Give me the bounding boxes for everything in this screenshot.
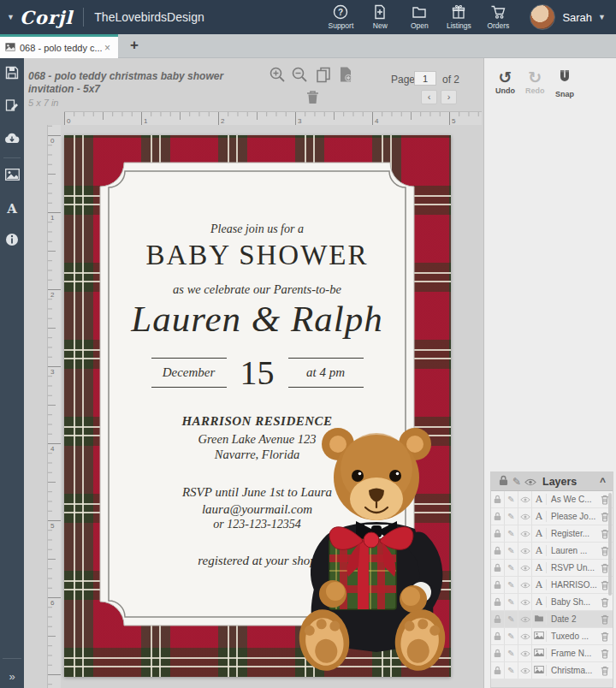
layer-row[interactable]: ✎ARegister... — [491, 525, 613, 542]
layer-row[interactable]: ✎ALauren ... — [491, 543, 613, 559]
layer-row[interactable]: ✎AAs We C... — [491, 491, 613, 507]
layer-row[interactable]: ✎AHARRISO... — [491, 577, 613, 593]
invite-subtitle-text[interactable]: as we celebrate our Parents-to-be — [100, 282, 414, 297]
nav-new[interactable]: New — [360, 4, 400, 30]
tuxedo-teddy-bear-image[interactable] — [295, 419, 449, 676]
edit-icon[interactable]: ✎ — [505, 611, 518, 627]
layer-row[interactable]: ✎ARSVP Un... — [491, 560, 613, 576]
zoom-out-button[interactable] — [291, 66, 310, 85]
new-tab-button[interactable]: + — [130, 37, 139, 54]
document-tab[interactable]: 068 - polo teddy c... × — [0, 34, 118, 58]
lock-icon[interactable] — [491, 560, 505, 576]
invite-month-text[interactable]: December — [151, 358, 227, 388]
lock-icon[interactable] — [491, 594, 505, 610]
layer-name[interactable]: Tuxedo ... — [547, 632, 597, 641]
invite-time-text[interactable]: at 4 pm — [288, 358, 364, 388]
layer-name[interactable]: Please Jo... — [547, 512, 597, 521]
lock-icon[interactable] — [491, 543, 505, 559]
visibility-icon[interactable] — [518, 560, 532, 576]
user-name[interactable]: Sarah — [562, 11, 592, 24]
lock-icon[interactable] — [491, 525, 505, 542]
layer-name[interactable]: Date 2 — [547, 614, 597, 624]
edit-icon[interactable]: ✎ — [505, 525, 518, 542]
prev-page-button[interactable]: ‹ — [421, 90, 437, 104]
layer-name[interactable]: Baby Sh... — [547, 597, 597, 607]
lock-icon[interactable] — [491, 491, 505, 507]
tab-close-icon[interactable]: × — [102, 42, 113, 54]
invite-names-text[interactable]: Lauren & Ralph — [100, 298, 414, 340]
lock-icon[interactable] — [496, 474, 510, 489]
collapse-layers-icon[interactable]: ^ — [600, 476, 607, 488]
layer-row[interactable]: ✎Tuxedo ... — [491, 628, 613, 644]
snap-button[interactable]: Snap — [555, 68, 574, 98]
duplicate-page-button[interactable] — [315, 66, 334, 85]
info-button[interactable] — [0, 225, 24, 258]
edit-icon[interactable]: ✎ — [505, 645, 518, 661]
visibility-icon[interactable] — [518, 543, 532, 559]
layer-row[interactable]: ✎Date 2 — [491, 611, 613, 627]
lock-icon[interactable] — [491, 577, 505, 593]
undo-button[interactable]: ↺ Undo — [495, 68, 515, 95]
workspace-caret-icon[interactable]: ▼ — [7, 13, 15, 21]
visibility-icon[interactable] — [518, 645, 532, 661]
layer-row[interactable]: ✎Frame N... — [491, 645, 613, 661]
edit-icon[interactable]: ✎ — [505, 577, 518, 593]
lock-icon[interactable] — [491, 645, 505, 661]
nav-listings[interactable]: Listings — [439, 4, 478, 30]
visibility-icon[interactable] — [518, 611, 532, 627]
zoom-in-button[interactable] — [269, 66, 287, 85]
text-button[interactable]: A — [0, 193, 24, 225]
lock-icon[interactable] — [491, 662, 505, 679]
layer-name[interactable]: Register... — [547, 529, 597, 538]
nav-orders[interactable]: Orders — [478, 4, 518, 30]
edit-icon[interactable]: ✎ — [505, 662, 518, 679]
lock-icon[interactable] — [491, 611, 505, 627]
nav-support[interactable]: ? Support — [321, 4, 360, 30]
visibility-icon[interactable] — [518, 525, 532, 542]
layer-row[interactable]: ✎Christma... — [491, 662, 613, 679]
save-button[interactable] — [0, 58, 24, 91]
delete-icon[interactable] — [597, 649, 613, 659]
visibility-icon[interactable] — [518, 594, 532, 610]
user-avatar[interactable] — [530, 4, 555, 30]
lock-icon[interactable] — [491, 508, 505, 525]
visibility-icon[interactable] — [518, 508, 532, 525]
delete-page-button[interactable] — [305, 89, 323, 108]
next-page-button[interactable]: › — [441, 90, 457, 104]
collapse-sidebar-button[interactable]: » — [0, 670, 24, 683]
edit-icon[interactable]: ✎ — [505, 491, 518, 507]
rename-button[interactable] — [0, 91, 24, 123]
nav-open[interactable]: Open — [400, 4, 439, 30]
edit-icon[interactable]: ✎ — [505, 594, 518, 610]
delete-icon[interactable] — [597, 632, 613, 642]
images-button[interactable] — [0, 160, 24, 193]
lock-icon[interactable] — [491, 628, 505, 644]
user-menu-caret-icon[interactable]: ▼ — [598, 13, 606, 21]
redo-button[interactable]: ↻ Redo — [525, 68, 545, 95]
add-page-button[interactable] — [337, 66, 356, 85]
invitation-design[interactable]: Please join us for a BABY SHOWER as we c… — [64, 135, 451, 677]
delete-icon[interactable] — [597, 614, 613, 625]
visibility-icon[interactable] — [518, 628, 532, 644]
layers-scrollbar[interactable] — [608, 493, 612, 596]
delete-icon[interactable] — [597, 666, 613, 676]
layer-name[interactable]: Frame N... — [547, 649, 597, 658]
delete-icon[interactable] — [597, 597, 613, 608]
edit-icon[interactable]: ✎ — [510, 476, 524, 488]
invite-title-text[interactable]: BABY SHOWER — [100, 240, 414, 271]
visibility-icon[interactable] — [518, 577, 532, 593]
visibility-icon[interactable] — [524, 474, 537, 489]
layer-row[interactable]: ✎APlease Jo... — [491, 508, 613, 525]
edit-icon[interactable]: ✎ — [505, 628, 518, 644]
layer-name[interactable]: RSVP Un... — [547, 563, 597, 572]
layer-row[interactable]: ✎ABaby Sh... — [491, 594, 613, 610]
edit-icon[interactable]: ✎ — [505, 560, 518, 576]
invite-day-text[interactable]: 15 — [239, 353, 276, 393]
edit-icon[interactable]: ✎ — [505, 508, 518, 525]
visibility-icon[interactable] — [518, 491, 532, 507]
layer-name[interactable]: Christma... — [547, 666, 597, 675]
invite-intro-text[interactable]: Please join us for a — [100, 222, 414, 236]
visibility-icon[interactable] — [518, 662, 532, 679]
edit-icon[interactable]: ✎ — [505, 543, 518, 559]
layer-name[interactable]: As We C... — [547, 495, 597, 504]
